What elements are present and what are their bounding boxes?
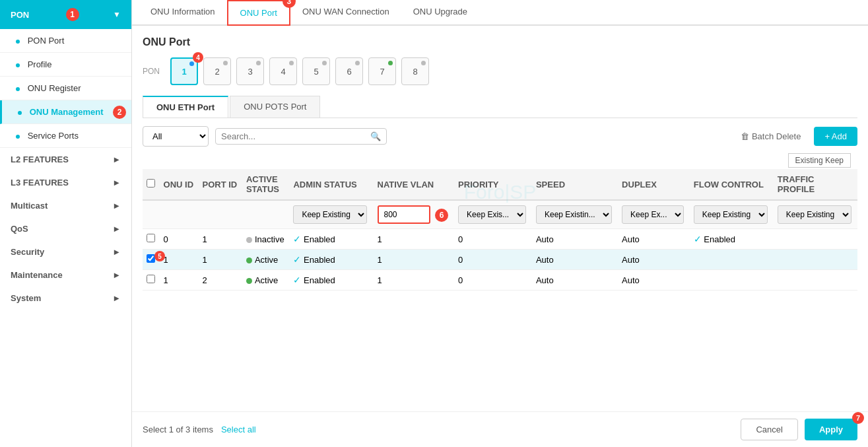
bulk-priority-select[interactable]: Keep Exis... bbox=[458, 205, 526, 224]
th-checkbox bbox=[143, 169, 160, 200]
bulk-active-status bbox=[242, 200, 290, 229]
apply-badge: 7 bbox=[852, 412, 864, 424]
pon-box-1[interactable]: 1 4 bbox=[170, 57, 198, 85]
sub-tab-pots-port[interactable]: ONU POTS Port bbox=[230, 96, 320, 118]
select-all-checkbox[interactable] bbox=[147, 179, 155, 188]
bulk-native-vlan-input[interactable] bbox=[378, 205, 430, 224]
chevron-down-icon: ▼ bbox=[113, 10, 121, 19]
bulk-traffic-profile-select[interactable]: Keep Existing bbox=[778, 205, 851, 224]
toolbar: All 🔍 🗑 Batch Delete + Add bbox=[143, 126, 857, 147]
pon-box-3[interactable]: 3 bbox=[236, 57, 264, 85]
row1-flow-control bbox=[690, 250, 774, 270]
sidebar-item-onu-register[interactable]: ONU Register bbox=[0, 77, 131, 100]
bulk-flow-control-select[interactable]: Keep Existing bbox=[694, 205, 768, 224]
chevron-right-icon: ► bbox=[112, 155, 121, 164]
search-icon: 🔍 bbox=[370, 131, 381, 141]
pon-box-5[interactable]: 5 bbox=[302, 57, 330, 85]
status-dot-inactive bbox=[246, 237, 252, 243]
sidebar-pon-label: PON bbox=[11, 10, 29, 20]
pon-box-8[interactable]: 8 bbox=[401, 57, 429, 85]
chevron-right-icon: ► bbox=[112, 247, 121, 257]
pon-indicator-8 bbox=[421, 61, 426, 65]
pon-box-6[interactable]: 6 bbox=[335, 57, 363, 85]
select-count-label: Select 1 of 3 items bbox=[143, 425, 213, 434]
pon-box-1-num: 1 bbox=[182, 67, 186, 77]
row2-priority: 0 bbox=[454, 270, 532, 291]
sidebar-section-security[interactable]: Security ► bbox=[0, 240, 131, 263]
row0-active-status: Inactive bbox=[242, 229, 290, 250]
row0-traffic-profile bbox=[774, 229, 857, 250]
sidebar-section-l3[interactable]: L3 FEATURES ► bbox=[0, 171, 131, 194]
table-row: 0 1 Inactive ✓ Enabled 1 0 Auto Auto bbox=[143, 229, 857, 250]
sidebar-header[interactable]: PON 1 ▼ bbox=[0, 0, 131, 29]
pon-box-4[interactable]: 4 bbox=[269, 57, 297, 85]
tab-onu-information[interactable]: ONU Information bbox=[139, 0, 227, 26]
filter-select[interactable]: All bbox=[143, 126, 209, 147]
sidebar-item-profile[interactable]: Profile bbox=[0, 53, 131, 77]
search-input[interactable] bbox=[221, 131, 370, 141]
bulk-speed-select[interactable]: Keep Existin... bbox=[536, 205, 612, 224]
l2-features-label: L2 FEATURES bbox=[11, 155, 69, 164]
sub-tabs: ONU ETH Port ONU POTS Port bbox=[143, 96, 857, 118]
row2-active-status: Active bbox=[242, 270, 290, 291]
check-icon: ✓ bbox=[293, 275, 301, 285]
bulk-traffic-profile: Keep Existing bbox=[774, 200, 857, 229]
row2-checkbox bbox=[143, 270, 160, 291]
trash-icon: 🗑 bbox=[741, 131, 749, 141]
row1-priority: 0 bbox=[454, 250, 532, 270]
add-button[interactable]: + Add bbox=[814, 127, 857, 146]
sidebar-badge-1: 1 bbox=[66, 8, 79, 21]
row2-admin-status: ✓ Enabled bbox=[289, 270, 373, 291]
bulk-duplex: Keep Ex... bbox=[618, 200, 690, 229]
check-icon: ✓ bbox=[694, 234, 702, 244]
pon-indicator-5 bbox=[322, 61, 327, 65]
pon-box-8-num: 8 bbox=[413, 67, 417, 77]
system-label: System bbox=[11, 293, 41, 303]
th-duplex: DUPLEX bbox=[618, 169, 690, 200]
status-dot-active bbox=[246, 278, 252, 284]
sidebar-section-qos[interactable]: QoS ► bbox=[0, 217, 131, 240]
sidebar: PON 1 ▼ PON Port Profile ONU Register ON… bbox=[0, 0, 132, 447]
sidebar-item-service-ports[interactable]: Service Ports bbox=[0, 124, 131, 148]
chevron-right-icon: ► bbox=[112, 178, 121, 188]
check-icon: ✓ bbox=[293, 254, 301, 265]
tab-onu-port[interactable]: ONU Port 3 bbox=[227, 0, 290, 26]
dot-icon bbox=[18, 111, 22, 115]
cancel-button[interactable]: Cancel bbox=[741, 419, 797, 440]
row1-port-id: 1 bbox=[199, 250, 242, 270]
bulk-admin-status-select[interactable]: Keep Existing bbox=[293, 205, 367, 224]
th-speed: SPEED bbox=[532, 169, 618, 200]
pon-section-label: PON bbox=[143, 67, 160, 76]
pon-box-badge-4: 4 bbox=[193, 52, 203, 63]
row2-check[interactable] bbox=[147, 275, 155, 283]
bulk-flow-control: Keep Existing bbox=[690, 200, 774, 229]
batch-delete-button[interactable]: 🗑 Batch Delete bbox=[734, 127, 807, 145]
sub-tab-eth-port[interactable]: ONU ETH Port bbox=[143, 96, 228, 118]
sidebar-section-l2[interactable]: L2 FEATURES ► bbox=[0, 148, 131, 171]
sidebar-item-onu-management[interactable]: ONU Management 2 bbox=[0, 100, 131, 124]
pon-box-2[interactable]: 2 bbox=[203, 57, 231, 85]
check-icon: ✓ bbox=[293, 234, 301, 244]
select-all-link[interactable]: Select all bbox=[221, 425, 256, 434]
bulk-duplex-select[interactable]: Keep Ex... bbox=[622, 205, 684, 224]
row1-onu-id: 1 bbox=[160, 250, 199, 270]
pon-boxes: 1 4 2 3 4 5 bbox=[170, 57, 429, 85]
row0-native-vlan: 1 bbox=[374, 229, 455, 250]
dot-icon bbox=[16, 63, 20, 67]
l3-features-label: L3 FEATURES bbox=[11, 178, 69, 188]
sidebar-item-pon-port[interactable]: PON Port bbox=[0, 29, 131, 53]
sidebar-section-system[interactable]: System ► bbox=[0, 287, 131, 310]
row0-check[interactable] bbox=[147, 234, 155, 242]
apply-button[interactable]: Apply 7 bbox=[805, 419, 857, 440]
sidebar-section-multicast[interactable]: Multicast ► bbox=[0, 194, 131, 217]
th-flow-control: FLOW CONTROL bbox=[690, 169, 774, 200]
row2-native-vlan: 1 bbox=[374, 270, 455, 291]
row1-checkbox: 5 bbox=[143, 250, 160, 270]
tab-onu-wan[interactable]: ONU WAN Connection bbox=[290, 0, 401, 26]
sidebar-section-maintenance[interactable]: Maintenance ► bbox=[0, 263, 131, 287]
pon-box-7[interactable]: 7 bbox=[368, 57, 396, 85]
row2-port-id: 2 bbox=[199, 270, 242, 291]
pon-box-5-num: 5 bbox=[314, 67, 318, 77]
pon-indicator-1 bbox=[189, 61, 194, 66]
tab-onu-upgrade[interactable]: ONU Upgrade bbox=[401, 0, 479, 26]
